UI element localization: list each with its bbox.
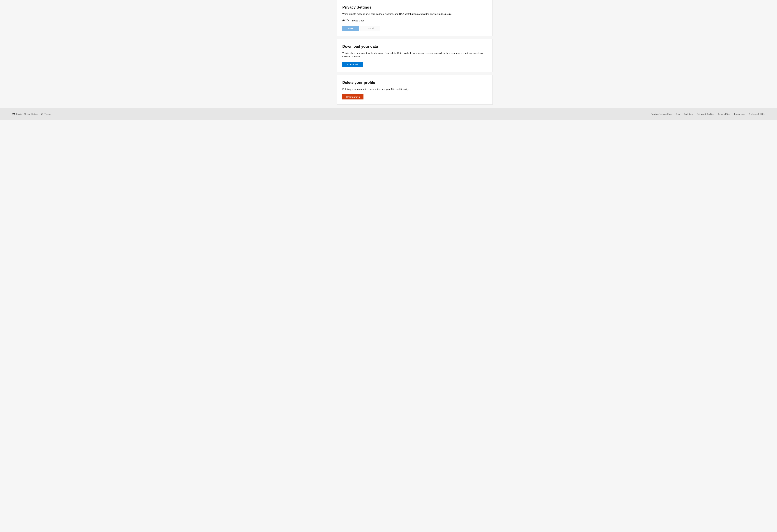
page-footer: English (United States) Theme Previous — [0, 108, 777, 120]
delete-title: Delete your profile — [342, 80, 487, 85]
download-data-card: Download your data This is where you can… — [337, 39, 492, 72]
download-button[interactable]: Download — [342, 62, 363, 67]
private-mode-row: Private Mode — [342, 19, 487, 22]
cancel-button[interactable]: Cancel — [360, 26, 380, 31]
save-button[interactable]: Save — [342, 26, 359, 31]
toggle-knob — [343, 20, 344, 21]
theme-label: Theme — [44, 113, 51, 115]
footer-link-blog[interactable]: Blog — [676, 113, 680, 115]
footer-left: English (United States) Theme — [12, 113, 51, 115]
footer-copyright: © Microsoft 2021 — [749, 113, 765, 115]
language-selector[interactable]: English (United States) — [12, 113, 37, 115]
theme-selector[interactable]: Theme — [41, 113, 51, 115]
svg-line-6 — [42, 114, 43, 115]
download-title: Download your data — [342, 44, 487, 48]
privacy-description: When private mode is on, Learn badges, t… — [342, 12, 487, 16]
footer-link-trademarks[interactable]: Trademarks — [734, 113, 745, 115]
footer-link-privacy[interactable]: Privacy & Cookies — [697, 113, 714, 115]
delete-profile-button[interactable]: Delete profile — [342, 94, 363, 99]
footer-right: Previous Version Docs Blog Contribute Pr… — [651, 113, 765, 115]
delete-profile-card: Delete your profile Deleting your inform… — [337, 75, 492, 105]
sun-icon — [41, 113, 43, 115]
svg-line-7 — [41, 114, 42, 115]
delete-description: Deleting your information does not impac… — [342, 88, 487, 91]
globe-icon — [12, 113, 15, 115]
privacy-button-row: Save Cancel — [342, 26, 487, 31]
private-mode-label: Private Mode — [351, 19, 364, 22]
svg-point-0 — [42, 113, 42, 114]
language-label: English (United States) — [16, 113, 37, 115]
footer-link-prev-docs[interactable]: Previous Version Docs — [651, 113, 672, 115]
footer-link-contribute[interactable]: Contribute — [684, 113, 693, 115]
private-mode-toggle[interactable] — [342, 19, 349, 22]
download-description: This is where you can download a copy of… — [342, 51, 487, 59]
privacy-settings-card: Privacy Settings When private mode is on… — [337, 0, 492, 36]
footer-link-terms[interactable]: Terms of Use — [718, 113, 730, 115]
privacy-title: Privacy Settings — [342, 5, 487, 9]
